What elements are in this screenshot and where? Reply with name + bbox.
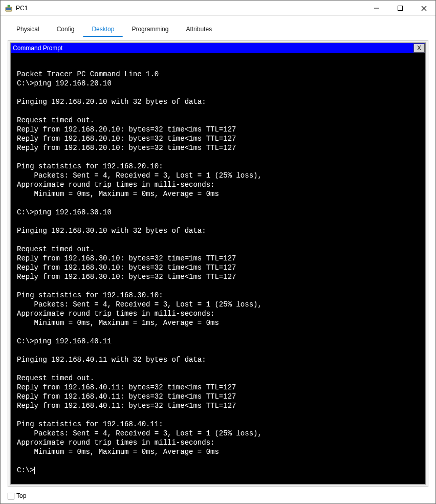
tab-programming[interactable]: Programming <box>123 22 177 37</box>
window-title: PC1 <box>16 5 28 12</box>
terminal-text: Packet Tracer PC Command Line 1.0 C:\>pi… <box>17 70 262 474</box>
tab-label: Desktop <box>92 26 114 33</box>
workarea: Command Prompt X Packet Tracer PC Comman… <box>8 40 428 487</box>
bottom-bar: Top <box>1 490 435 503</box>
command-prompt-close-button[interactable]: X <box>413 43 425 53</box>
maximize-button[interactable] <box>388 1 412 16</box>
app-window: PC1 PhysicalConfigDesktopProgrammingAttr… <box>0 0 436 504</box>
svg-rect-2 <box>8 5 10 7</box>
tab-label: Programming <box>132 26 168 33</box>
window-controls <box>365 1 435 15</box>
terminal-cursor <box>34 467 35 474</box>
tab-desktop[interactable]: Desktop <box>83 22 123 37</box>
tab-attributes[interactable]: Attributes <box>177 22 221 37</box>
command-prompt-titlebar: Command Prompt X <box>11 43 425 53</box>
tab-label: Physical <box>16 26 39 33</box>
top-checkbox-label: Top <box>16 492 26 499</box>
titlebar: PC1 <box>1 1 435 16</box>
tab-config[interactable]: Config <box>48 22 83 37</box>
tab-label: Config <box>57 26 75 33</box>
close-button[interactable] <box>412 1 435 16</box>
command-prompt-window: Command Prompt X Packet Tracer PC Comman… <box>10 42 426 485</box>
tab-bar: PhysicalConfigDesktopProgrammingAttribut… <box>1 16 435 37</box>
tab-label: Attributes <box>186 26 212 33</box>
tab-physical[interactable]: Physical <box>8 22 48 37</box>
svg-rect-4 <box>398 6 403 11</box>
command-prompt-title: Command Prompt <box>13 45 413 52</box>
app-icon <box>5 4 13 12</box>
close-icon: X <box>417 45 421 52</box>
svg-rect-1 <box>6 8 11 10</box>
top-checkbox[interactable] <box>8 493 14 499</box>
terminal-output[interactable]: Packet Tracer PC Command Line 1.0 C:\>pi… <box>11 53 425 484</box>
minimize-button[interactable] <box>365 1 388 16</box>
